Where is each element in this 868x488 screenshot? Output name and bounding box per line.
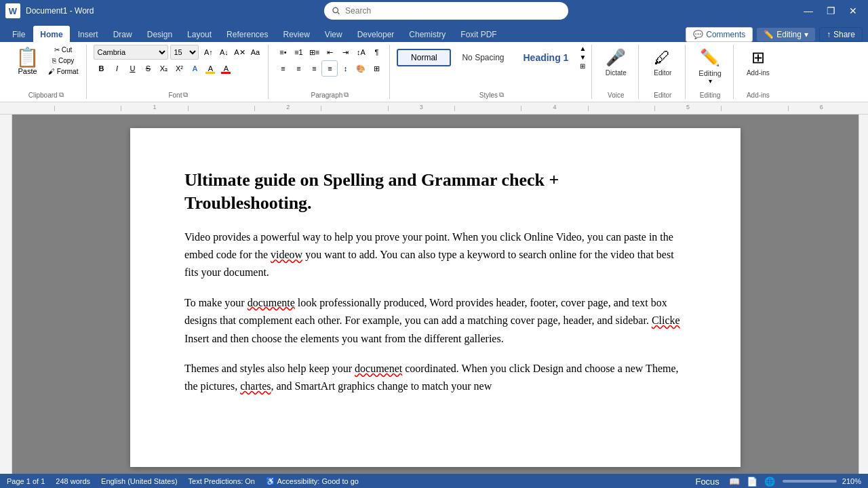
restore-button[interactable]: ❐ <box>821 3 841 19</box>
styles-expand[interactable]: ⊞ <box>579 62 586 70</box>
view-buttons: 📖 📄 🌐 <box>727 476 777 487</box>
text-predictions[interactable]: Text Predictions: On <box>189 477 255 485</box>
font-size-select[interactable]: 15 <box>170 45 199 60</box>
cut-button[interactable]: ✂ Cut <box>45 45 81 55</box>
italic-button[interactable]: I <box>109 61 124 76</box>
expand-icon[interactable]: ⧉ <box>344 91 349 99</box>
shading-button[interactable]: 🎨 <box>353 61 368 76</box>
sort-button[interactable]: ↕A <box>353 45 368 60</box>
numbering-button[interactable]: ≡1 <box>291 45 306 60</box>
accessibility-status: ♿ Accessibility: Good to go <box>266 477 359 486</box>
increase-font-button[interactable]: A↑ <box>201 45 216 60</box>
editing-tool-btn[interactable]: ✏️ Editing ▾ <box>692 45 728 88</box>
editor-group: 🖊 Editor Editor <box>640 45 686 99</box>
multilevel-list-button[interactable]: ⊞≡ <box>307 45 321 60</box>
editor-icon: 🖊 <box>654 48 671 68</box>
spell-error-1: videow <box>271 249 302 260</box>
print-layout-button[interactable]: 📄 <box>745 476 760 487</box>
styles-scroll-up[interactable]: ▲ <box>579 45 586 52</box>
strikethrough-button[interactable]: S <box>140 61 155 76</box>
minimize-button[interactable]: — <box>798 3 818 19</box>
focus-button[interactable]: Focus <box>693 476 721 487</box>
search-input[interactable] <box>345 6 560 16</box>
zoom-slider[interactable] <box>783 480 837 483</box>
tab-design[interactable]: Design <box>140 26 179 42</box>
align-right-button[interactable]: ≡ <box>307 61 321 76</box>
comments-button[interactable]: 💬 Comments <box>686 27 753 42</box>
superscript-button[interactable]: X² <box>172 61 186 76</box>
show-marks-button[interactable]: ¶ <box>369 45 384 60</box>
comment-icon: 💬 <box>693 30 703 39</box>
statusbar-left: Page 1 of 1 248 words English (United St… <box>7 477 359 486</box>
bold-button[interactable]: B <box>94 61 108 76</box>
word-count[interactable]: 248 words <box>56 477 90 485</box>
subscript-button[interactable]: X₂ <box>156 61 171 76</box>
ribbon-toolbar: 📋 Paste ✂ Cut ⎘ Copy 🖌 Format Clipboard … <box>0 42 868 102</box>
svg-point-0 <box>333 7 338 13</box>
spell-error-4: documenet <box>355 363 402 374</box>
tab-file[interactable]: File <box>5 26 32 42</box>
addins-button[interactable]: ⊞ Add-ins <box>741 45 776 80</box>
tab-layout[interactable]: Layout <box>180 26 218 42</box>
bullets-button[interactable]: ≡• <box>275 45 290 60</box>
align-center-button[interactable]: ≡ <box>291 61 306 76</box>
tab-foxit[interactable]: Foxit PDF <box>454 26 503 42</box>
editing-mode-button[interactable]: ✏️ Editing ▾ <box>757 28 815 41</box>
spell-error-2: documente <box>248 297 295 308</box>
justify-button[interactable]: ≡ <box>322 61 337 76</box>
paste-button[interactable]: 📋 Paste <box>11 45 44 79</box>
clear-format-button[interactable]: A✕ <box>232 45 247 60</box>
expand-icon[interactable]: ⧉ <box>499 91 504 99</box>
tab-references[interactable]: References <box>220 26 275 42</box>
language-indicator[interactable]: English (United States) <box>101 477 178 485</box>
text-effects-button[interactable]: A <box>187 61 202 76</box>
style-no-spacing[interactable]: No Spacing <box>454 49 512 66</box>
share-button[interactable]: ↑ Share <box>819 27 863 42</box>
style-normal[interactable]: Normal <box>397 49 451 66</box>
chevron-down-icon: ▾ <box>804 30 808 39</box>
decrease-indent-button[interactable]: ⇤ <box>322 45 337 60</box>
tab-insert[interactable]: Insert <box>71 26 105 42</box>
web-layout-button[interactable]: 🌐 <box>762 476 777 487</box>
borders-button[interactable]: ⊞ <box>369 61 384 76</box>
titlebar-right: — ❐ ✕ <box>798 3 863 19</box>
search-bar[interactable] <box>324 2 568 20</box>
dictate-button[interactable]: 🎤 Dictate <box>599 45 633 80</box>
style-heading1[interactable]: Heading 1 <box>515 48 577 67</box>
microphone-icon: 🎤 <box>606 48 626 68</box>
document-wrapper[interactable]: Ultimate guide on Spelling and Grammar c… <box>12 115 859 474</box>
increase-indent-button[interactable]: ⇥ <box>338 45 353 60</box>
underline-button[interactable]: U <box>125 61 140 76</box>
copy-button[interactable]: ⎘ Copy <box>45 56 81 66</box>
decrease-font-button[interactable]: A↓ <box>216 45 231 60</box>
document-canvas[interactable]: Ultimate guide on Spelling and Grammar c… <box>130 128 741 467</box>
tab-view[interactable]: View <box>318 26 349 42</box>
tab-home[interactable]: Home <box>33 26 69 42</box>
highlight-color-button[interactable]: A <box>203 61 218 76</box>
spell-error-3: Clicke <box>652 314 680 326</box>
zoom-level[interactable]: 210% <box>842 477 861 485</box>
ribbon-actions: 💬 Comments ✏️ Editing ▾ ↑ Share <box>686 27 863 42</box>
font-family-select[interactable]: Cambria <box>94 45 168 60</box>
close-button[interactable]: ✕ <box>844 3 863 19</box>
align-left-button[interactable]: ≡ <box>275 61 290 76</box>
vertical-scrollbar[interactable] <box>859 115 868 474</box>
tab-chemistry[interactable]: Chemistry <box>402 26 452 42</box>
tab-review[interactable]: Review <box>276 26 316 42</box>
format-painter-button[interactable]: 🖌 Format <box>45 66 81 77</box>
styles-label: Styles ⧉ <box>479 88 504 99</box>
change-case-button[interactable]: Aa <box>248 45 262 60</box>
tab-draw[interactable]: Draw <box>106 26 139 42</box>
editor-button[interactable]: 🖊 Editor <box>646 45 679 80</box>
expand-icon[interactable]: ⧉ <box>59 91 64 99</box>
app-title: Document1 - Word <box>26 6 94 16</box>
styles-scroll-down[interactable]: ▼ <box>579 54 586 61</box>
tab-developer[interactable]: Developer <box>351 26 401 42</box>
line-spacing-button[interactable]: ↕ <box>338 61 353 76</box>
spell-error-5: chartes <box>240 380 271 392</box>
page-indicator[interactable]: Page 1 of 1 <box>7 477 45 485</box>
font-color-button[interactable]: A <box>218 61 233 76</box>
expand-icon[interactable]: ⧉ <box>183 91 188 99</box>
addins-label: Add-ins <box>747 89 770 99</box>
read-mode-button[interactable]: 📖 <box>727 476 742 487</box>
